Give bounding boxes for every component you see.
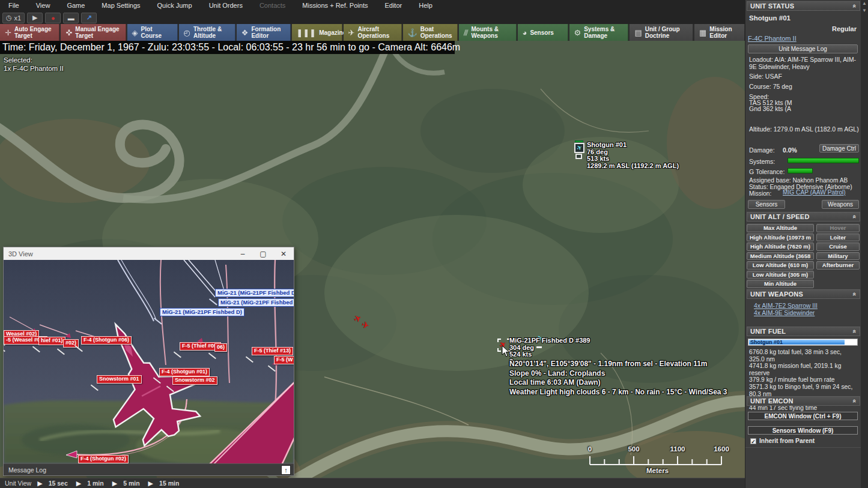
3d-unit-label[interactable]: F-4 (Shotgun #06) [81,336,132,345]
toolbar-button[interactable]: ◴ Throttle & Altitude [179,24,235,41]
time-interval-button[interactable]: 15 min [159,480,179,487]
3d-unit-label[interactable]: Snowstorm #02 [172,376,217,385]
quick-button[interactable]: ↗ [81,13,97,23]
altitude-button[interactable]: Low Altitude (305 m) [747,271,814,279]
systems-label: Systems: [749,158,775,165]
toolbar-button[interactable]: ⫻ Mounts & Weapons [459,24,517,41]
weapons-button[interactable]: Weapons [822,200,859,209]
step-forward-icon[interactable]: ▶ [37,480,42,487]
altspeed-row: High Altitude (7620 m) Cruise [745,242,861,252]
altitude-button[interactable]: High Altitude (7620 m) [747,242,814,251]
collapse-chevron-icon[interactable]: « [851,215,858,218]
3d-view-titlebar[interactable]: 3D View – ▢ ✕ [4,247,294,260]
sidebar-scrollbar[interactable]: ▲ ▼ [861,0,868,488]
altitude-button[interactable]: Low Altitude (610 m) [747,261,814,270]
menu-item[interactable]: Missions + Ref. Points [294,0,376,11]
toolbar-button[interactable]: ▦ Mission Editor [694,24,745,41]
toolbar-button[interactable]: ▤ Unit / Group Doctrine [630,24,693,41]
section-header-unit-fuel[interactable]: UNIT FUEL « [747,327,860,336]
menu-item[interactable]: Editor [376,0,410,11]
collapse-chevron-icon[interactable]: « [851,292,858,296]
sensors-button[interactable]: Sensors [748,200,785,209]
3d-unit-label[interactable]: F-4 (Shotgun #01) [159,368,210,376]
throttle-button[interactable]: Cruise [816,242,860,251]
time-interval-button[interactable]: 15 sec [49,480,68,487]
quick-button[interactable]: ▬ [63,13,79,23]
menu-item[interactable]: Game [58,0,93,11]
unit-message-log-button[interactable]: Unit Message Log [748,44,858,53]
collapse-chevron-icon[interactable]: « [851,330,858,333]
proficiency-badge: Regular [832,25,857,32]
emcon-window-button[interactable]: EMCON Window (Ctrl + F9) [748,412,858,420]
toolbar-button[interactable]: ⚓ Boat Operations [403,24,458,41]
menu-item[interactable]: Map Settings [93,0,148,11]
systems-health-bar [788,158,859,163]
altitude-button[interactable]: Max Altitude [747,224,814,232]
sensors-window-button[interactable]: Sensors Window (F9) [748,426,858,435]
collapse-chevron-icon[interactable]: « [851,4,858,8]
step-forward-icon[interactable]: ▶ [148,480,153,487]
menu-item[interactable]: File [0,0,28,11]
menu-item[interactable]: Quick Jump [149,0,201,11]
time-interval-button[interactable]: 5 min [123,480,139,487]
mission-link[interactable]: MIG CAP (AAW Patrol) [783,189,846,196]
3d-contact-label[interactable]: MiG-21 (MiG-21PF Fishbed D) [218,298,294,307]
throttle-button[interactable]: Afterburner [816,261,860,270]
throttle-button[interactable]: Hover [816,224,860,232]
fuel-line: 6760.8 kg total fuel, 38 min 3 sec, 325.… [749,349,858,363]
throttle-button[interactable]: Military [816,252,860,261]
3d-unit-label[interactable]: Snowstorm #01 [97,375,142,384]
expand-up-icon[interactable]: ↑ [281,465,291,475]
time-step-bar: Unit View ▶ 15 sec ▶ 1 min ▶ 5 min [0,478,745,488]
3d-contact-label[interactable]: MiG-21 (MiG-21PF Fishbed D) [215,289,294,297]
weapon-link[interactable]: 4x AIM-9E Sidewinder [754,310,818,317]
unit-type-link[interactable]: F-4C Phantom II [748,35,797,42]
maximize-icon[interactable]: ▢ [253,250,273,258]
3d-unit-label[interactable]: F-5 (W [274,356,294,364]
toolbar-button[interactable]: ◕ Sensors [518,24,568,41]
quick-button[interactable]: ◷ x1 [2,13,25,23]
scroll-down-icon[interactable]: ▼ [861,7,868,14]
damage-ctrl-button[interactable]: Damage Ctrl [819,144,859,152]
time-interval-button[interactable]: 1 min [87,480,103,487]
scroll-up-icon[interactable]: ▲ [861,0,868,7]
toolbar-button[interactable]: ❚❚❚ Magazines [292,24,342,41]
close-icon[interactable]: ✕ [273,250,294,258]
throttle-button[interactable]: Loiter [816,233,860,242]
quick-button[interactable]: ● [45,13,61,23]
quick-button[interactable]: ▶ [27,13,43,23]
section-header-unit-status[interactable]: UNIT STATUS « [747,1,860,11]
3d-scene[interactable]: MiG-21 (MiG-21PF Fishbed D)MiG-21 (MiG-2… [4,260,294,463]
menu-item[interactable]: View [28,0,59,11]
menu-item[interactable]: Help [410,0,441,11]
section-header-alt-speed[interactable]: UNIT ALT / SPEED « [747,212,860,221]
altitude-button[interactable]: High Altitude (10973 m [747,233,814,242]
step-forward-icon[interactable]: ▶ [76,480,81,487]
3d-unit-label[interactable]: 06) [214,343,227,352]
toolbar-button[interactable]: ❖ Formation Editor [237,24,291,41]
toolbar-button[interactable]: ✈ Aircraft Operations [344,24,402,41]
step-forward-icon[interactable]: ▶ [112,480,117,487]
3d-unit-label[interactable]: F-5 (Thief #13) [252,347,293,355]
3d-contact-label[interactable]: MiG-21 (MiG-21PF Fishbed D) [160,308,244,316]
sim-clock-icon: ◷ [6,14,12,22]
own-unit-marker[interactable]: ✈ [574,140,584,159]
altitude-button[interactable]: Medium Altitude (3658 [747,252,814,261]
toolbar-button[interactable]: ✛ Auto Engage Target [0,24,59,41]
throttle-altitude-icon: ◴ [184,29,190,36]
weapon-link[interactable]: 4x AIM-7E2 Sparrow III [754,303,818,310]
minimize-icon[interactable]: – [232,250,253,258]
inherit-from-parent-checkbox[interactable]: ✓ Inherit from Parent [750,438,815,444]
menu-item[interactable]: Contacts [251,0,294,11]
section-header-unit-emcon[interactable]: UNIT EMCON « [747,396,860,406]
3d-unit-label[interactable]: hief #01) [38,337,65,345]
toolbar-button[interactable]: ⚙ Systems & Damage [569,24,629,41]
collapse-chevron-icon[interactable]: « [851,399,858,403]
toolbar-button[interactable]: ✜ Manual Engage Target [61,24,126,41]
altitude-button[interactable]: Min Altitude [747,280,814,288]
time-status-bar: Time: Friday, December 1, 1967 - Zulu: 2… [0,41,455,54]
section-header-unit-weapons[interactable]: UNIT WEAPONS « [747,289,860,299]
3d-unit-label[interactable]: F-4 (Shotgun #02) [78,455,129,463]
menu-item[interactable]: Unit Orders [201,0,251,11]
toolbar-button[interactable]: ◈ Plot Course [127,24,178,41]
